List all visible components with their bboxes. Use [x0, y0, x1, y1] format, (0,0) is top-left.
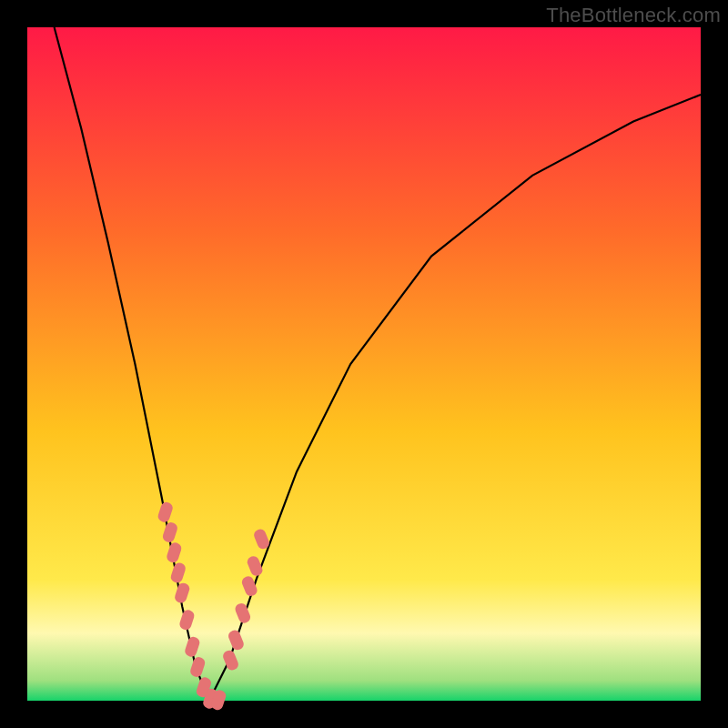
- curve-marker: [178, 609, 196, 632]
- curve-marker: [227, 629, 245, 652]
- curve-marker: [189, 656, 207, 679]
- curve-marker: [169, 561, 187, 584]
- curve-marker: [184, 635, 201, 658]
- bottleneck-curve: [55, 27, 701, 701]
- curve-marker: [174, 581, 191, 604]
- watermark-text: TheBottleneck.com: [546, 4, 721, 27]
- curve-marker: [161, 521, 178, 544]
- curve-marker: [157, 500, 174, 523]
- curve-marker: [234, 602, 252, 624]
- curve-marker: [166, 541, 183, 564]
